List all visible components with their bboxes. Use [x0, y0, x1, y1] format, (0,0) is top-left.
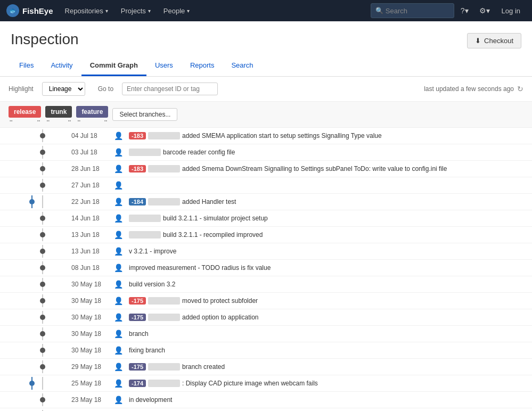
graph-col [0, 146, 69, 159]
author-name-blurred: xxxxxxxxxx [129, 215, 161, 222]
branch-feature[interactable]: feature [76, 106, 108, 118]
login-button[interactable]: Log in [496, 0, 526, 21]
app-logo[interactable]: 🐟 FishEye [6, 4, 53, 17]
goto-input[interactable] [122, 83, 218, 95]
commit-message[interactable]: xxxxxxxxxxbarcode reader config file [125, 149, 532, 156]
table-row[interactable]: 03 Jul 18👤xxxxxxxxxxbarcode reader confi… [0, 144, 532, 161]
tab-commit-graph[interactable]: Commit Graph [81, 56, 146, 76]
commit-author: 👤 [112, 330, 125, 338]
highlight-select[interactable]: Lineage [42, 82, 85, 96]
table-row[interactable]: 30 May 18👤branch [0, 326, 532, 342]
tab-users[interactable]: Users [146, 56, 182, 76]
commit-message-text: added SMEMA application start to setup s… [182, 132, 382, 139]
svg-point-18 [40, 265, 45, 270]
table-row[interactable]: 23 May 18👤in development [0, 392, 532, 408]
projects-arrow: ▾ [148, 8, 151, 14]
tab-search[interactable]: Search [223, 56, 261, 76]
graph-col [0, 261, 69, 274]
commit-date: 13 Jun 18 [69, 231, 112, 239]
table-row[interactable]: 27 Jun 18👤 [0, 177, 532, 194]
search-input[interactable] [386, 7, 449, 15]
commit-message[interactable]: -183xxxxxxxxxxadded Smema DownStream Sig… [125, 165, 532, 172]
commit-message[interactable]: in development [125, 396, 532, 404]
tab-reports[interactable]: Reports [182, 56, 223, 76]
commit-message[interactable]: improved measurement - TODO radius is fi… [125, 264, 532, 272]
table-row[interactable]: 13 Jun 18👤v 3.2.1 - improve [0, 243, 532, 260]
table-row[interactable]: 23 May 18👤 [0, 408, 532, 411]
table-row[interactable]: 14 Jun 18👤xxxxxxxxxxbuild 3.2.1.1 - simu… [0, 210, 532, 227]
commit-message[interactable]: -174xxxxxxxxxx: Display CAD picture imag… [125, 380, 532, 387]
commit-message[interactable]: fixing branch [125, 347, 532, 354]
author-icon: 👤 [114, 330, 123, 338]
settings-button[interactable]: ⚙▾ [475, 0, 494, 21]
branch-release[interactable]: release [9, 106, 41, 118]
table-row[interactable]: 30 May 18👤fixing branch [0, 342, 532, 359]
commit-message[interactable]: -183xxxxxxxxxxadded SMEMA application st… [125, 132, 532, 139]
table-row[interactable]: 25 May 18👤-174xxxxxxxxxx: Display CAD pi… [0, 375, 532, 392]
commit-date: 27 Jun 18 [69, 182, 112, 189]
nav-projects[interactable]: Projects ▾ [116, 0, 156, 21]
commit-author: 👤 [112, 363, 125, 371]
table-row[interactable]: 30 May 18👤build version 3.2 [0, 276, 532, 293]
author-icon: 👤 [114, 231, 123, 239]
commit-tag-badge: -184 [129, 198, 146, 206]
commit-message-text: fixing branch [129, 347, 165, 354]
checkout-button[interactable]: ⬇ Checkout [467, 33, 521, 48]
nav-repositories[interactable]: Repositories ▾ [60, 0, 113, 21]
table-row[interactable]: 13 Jun 18👤xxxxxxxxxxbuild 3.2.1.1 - reco… [0, 227, 532, 243]
table-row[interactable]: 08 Jun 18👤improved measurement - TODO ra… [0, 260, 532, 276]
commit-author: 👤 [112, 346, 125, 355]
commit-message[interactable]: v 3.2.1 - improve [125, 248, 532, 255]
select-branches-button[interactable]: Select branches... [112, 108, 177, 121]
author-name-blurred: xxxxxxxxxx [129, 149, 161, 156]
author-icon: 👤 [114, 346, 123, 355]
commit-tag-badge: -175 [129, 297, 146, 305]
refresh-icon[interactable]: ↻ [517, 85, 523, 93]
commit-tag-badge: -175 [129, 314, 146, 321]
commit-message-text: branch created [182, 363, 225, 371]
commit-message[interactable]: -175xxxxxxxxxxadded option to applicatio… [125, 314, 532, 321]
author-icon: 👤 [114, 379, 123, 388]
author-icon: 👤 [114, 198, 123, 206]
svg-point-22 [40, 298, 45, 303]
controls-bar: Highlight Lineage Go to last updated a f… [0, 77, 532, 102]
nav-people[interactable]: People ▾ [158, 0, 195, 21]
graph-col [0, 129, 69, 142]
graph-col [0, 327, 69, 340]
help-button[interactable]: ?▾ [456, 0, 473, 21]
commit-message[interactable]: -175xxxxxxxxxxbranch created [125, 363, 532, 371]
commit-message-text: : Display CAD picture image when webcam … [182, 380, 318, 387]
table-row[interactable]: 04 Jul 18👤-183xxxxxxxxxxadded SMEMA appl… [0, 128, 532, 144]
tab-activity[interactable]: Activity [42, 56, 81, 76]
table-row[interactable]: 22 Jun 18👤-184xxxxxxxxxxadded Handler te… [0, 194, 532, 210]
commit-message[interactable]: -175xxxxxxxxxxmoved to protect subfolder [125, 297, 532, 305]
svg-point-5 [40, 166, 45, 171]
commit-date: 25 May 18 [69, 380, 112, 387]
table-row[interactable]: 30 May 18👤-175xxxxxxxxxxmoved to protect… [0, 293, 532, 309]
commit-message[interactable]: xxxxxxxxxxbuild 3.2.1.1 - recompiled imp… [125, 231, 532, 239]
commit-message-text: branch [129, 330, 149, 338]
author-icon: 👤 [114, 313, 123, 322]
goto-label: Go to [98, 85, 113, 93]
svg-point-10 [29, 199, 35, 204]
svg-point-14 [40, 232, 45, 237]
table-row[interactable]: 28 Jun 18👤-183xxxxxxxxxxadded Smema Down… [0, 161, 532, 177]
commit-date: 22 Jun 18 [69, 198, 112, 206]
commit-author: 👤 [112, 379, 125, 388]
author-icon: 👤 [114, 396, 123, 404]
tab-files[interactable]: Files [11, 56, 42, 76]
commit-message[interactable]: xxxxxxxxxxbuild 3.2.1.1 - simulator proj… [125, 215, 532, 222]
branch-trunk[interactable]: trunk [45, 106, 72, 118]
svg-point-7 [40, 183, 45, 188]
author-icon: 👤 [114, 165, 123, 173]
commit-message-text: added Smema DownStream Signalling to Set… [182, 165, 447, 172]
commit-message[interactable]: branch [125, 330, 532, 338]
table-row[interactable]: 30 May 18👤-175xxxxxxxxxxadded option to … [0, 309, 532, 326]
table-row[interactable]: 29 May 18👤-175xxxxxxxxxxbranch created [0, 359, 532, 375]
commit-message[interactable]: -184xxxxxxxxxxadded Handler test [125, 198, 532, 206]
commit-author: 👤 [112, 148, 125, 157]
author-name-blurred: xxxxxxxxxx [148, 132, 180, 139]
commit-date: 29 May 18 [69, 363, 112, 371]
commit-message[interactable]: build version 3.2 [125, 281, 532, 288]
commit-author: 👤 [112, 396, 125, 404]
